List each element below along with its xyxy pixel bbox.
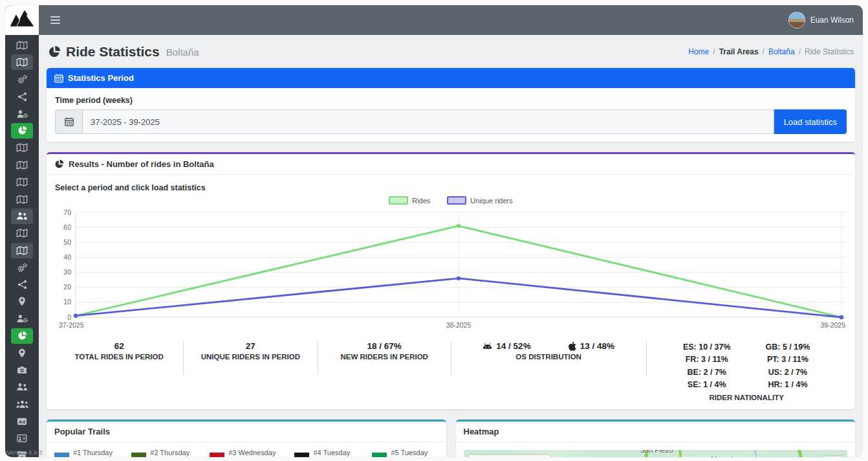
- share-icon: [17, 280, 27, 289]
- sidebar-item-15-share[interactable]: [11, 276, 33, 292]
- sidebar-item-7-map[interactable]: [11, 140, 33, 155]
- sidebar-item-6-pie[interactable]: [11, 123, 33, 139]
- sidebar-item-20-camera[interactable]: [11, 362, 33, 377]
- sidebar-item-19-pin[interactable]: [11, 345, 33, 361]
- map-icon: [16, 41, 28, 50]
- sidebar-item-1-map[interactable]: [11, 38, 33, 53]
- user-menu[interactable]: Euan Wilson: [788, 12, 854, 28]
- pie-icon: [17, 331, 27, 341]
- sidebar-item-16-pin[interactable]: [11, 294, 33, 309]
- svg-text:38-2025: 38-2025: [446, 321, 472, 329]
- map-icon: [16, 177, 28, 186]
- sidebar-item-22-users-group[interactable]: [11, 396, 33, 412]
- legend-label: Unique riders: [470, 197, 512, 205]
- fullscreen-button[interactable]: [825, 456, 842, 458]
- breadcrumb-separator: /: [799, 47, 801, 56]
- nationality-line: US: 2 / 7%: [766, 366, 810, 379]
- calendar-addon: [55, 109, 82, 134]
- breadcrumb-item: Ride Statistics: [805, 47, 854, 56]
- sidebar-item-24-card[interactable]: [11, 431, 33, 446]
- stats-row: 62 TOTAL RIDES IN PERIOD 27 UNIQUE RIDER…: [55, 339, 847, 401]
- map-button[interactable]: Map: [469, 455, 503, 458]
- stat-new-riders: 18 / 67% NEW RIDERS IN PERIOD: [318, 339, 451, 401]
- trails-legend-row-1: #1 Thursday Full#2 Thursday Half#3 Wedne…: [54, 449, 439, 458]
- version-label: Version 6.6.3: [6, 449, 42, 456]
- sidebar-item-18-pie[interactable]: [11, 328, 33, 344]
- svg-text:60: 60: [63, 223, 71, 231]
- trail-legend-item[interactable]: #1 Thursday Full: [54, 449, 120, 458]
- trail-legend-swatch: [131, 453, 146, 458]
- nationality-line: HR: 1 / 4%: [766, 379, 810, 391]
- map-icon: [16, 229, 28, 238]
- nationality-col-2: GB: 5 / 19%PT: 3 / 11%US: 2 / 7%HR: 1 / …: [766, 341, 810, 392]
- user-name: Euan Wilson: [810, 16, 854, 25]
- pie-icon: [17, 126, 27, 135]
- popular-trails-header: Popular Trails: [47, 422, 446, 442]
- line-chart: 01020304050607037-202538-202539-2025: [55, 205, 847, 334]
- app-logo[interactable]: [5, 5, 39, 35]
- sidebar-item-13-map[interactable]: [11, 243, 33, 258]
- bottom-row: Popular Trails #1 Thursday Full#2 Thursd…: [47, 420, 855, 458]
- svg-text:39-2025: 39-2025: [820, 321, 845, 329]
- results-card: Results - Number of rides in Boltaña Sel…: [47, 152, 855, 409]
- sidebar-item-4-share[interactable]: [11, 89, 33, 104]
- period-input[interactable]: [82, 109, 774, 134]
- sidebar-item-5-users-gear[interactable]: [11, 106, 33, 122]
- stat-unique-riders: 27 UNIQUE RIDERS IN PERIOD: [183, 339, 318, 401]
- ad-icon: Ad: [17, 418, 27, 425]
- trail-legend-label: #3 Wednesday Eve: [228, 449, 283, 458]
- users-group-icon: [16, 400, 28, 409]
- pin-icon: [18, 348, 26, 358]
- svg-text:40: 40: [63, 253, 71, 261]
- card-icon: [17, 434, 27, 442]
- sidebar-item-14-gears[interactable]: [11, 260, 33, 275]
- map-place-label: Muro de Bellos: [705, 455, 743, 458]
- trail-legend-label: #1 Thursday Full: [73, 449, 120, 458]
- statistics-period-header: Statistics Period: [47, 68, 855, 88]
- sidebar-item-3-gears[interactable]: [11, 72, 33, 87]
- breadcrumb-item[interactable]: Home: [688, 47, 709, 56]
- sidebar-item-11-users[interactable]: [11, 208, 33, 224]
- satellite-button[interactable]: Satellite: [503, 455, 550, 458]
- sidebar-item-8-map[interactable]: [11, 157, 33, 173]
- chart-pie-icon: [48, 45, 61, 58]
- breadcrumb-item[interactable]: Boltaña: [768, 47, 795, 56]
- trail-legend-swatch: [372, 453, 387, 458]
- trail-legend-item[interactable]: #3 Wednesday Eve: [210, 449, 283, 458]
- sidebar-item-2-map[interactable]: [11, 54, 33, 70]
- svg-text:20: 20: [63, 283, 71, 291]
- legend-item[interactable]: Rides: [389, 196, 430, 205]
- legend-item[interactable]: Unique riders: [447, 196, 512, 205]
- popular-trails-card: Popular Trails #1 Thursday Full#2 Thursd…: [47, 420, 446, 458]
- trail-legend-item[interactable]: #2 Thursday Half: [131, 449, 198, 458]
- menu-toggle-icon[interactable]: [50, 16, 60, 25]
- sidebar-item-9-map[interactable]: [11, 174, 33, 190]
- map-icon: [16, 143, 28, 152]
- heatmap-header: Heatmap: [456, 422, 856, 442]
- nationality-line: ES: 10 / 37%: [683, 341, 731, 354]
- trail-legend-label: #2 Thursday Half: [150, 449, 198, 458]
- svg-text:Ad: Ad: [19, 418, 26, 424]
- trail-legend-item[interactable]: #5 Tuesday After: [372, 449, 438, 458]
- sidebar-item-23-ad[interactable]: Ad: [11, 414, 33, 429]
- sidebar-item-21-users[interactable]: [11, 379, 33, 395]
- calendar-icon: [54, 74, 63, 83]
- trail-legend-item[interactable]: #4 Tuesday After: [294, 449, 360, 458]
- trail-legend-swatch: [210, 453, 224, 458]
- chart-pie-icon: [54, 159, 64, 169]
- heatmap-card: Heatmap: [456, 420, 856, 458]
- sidebar-item-17-users-gear[interactable]: [11, 311, 33, 326]
- results-header: Results - Number of rides in Boltaña: [47, 154, 855, 175]
- sidebar-nav: Ad: [5, 35, 39, 457]
- users-gear-icon: [16, 109, 28, 118]
- load-statistics-button[interactable]: Load statistics: [774, 109, 847, 134]
- map-icon: [16, 161, 28, 170]
- sidebar-item-10-map[interactable]: [11, 192, 33, 207]
- heatmap-map[interactable]: San Pietro Muro de Bellos Ascaso San Lor…: [464, 450, 848, 458]
- nationality-line: PT: 3 / 11%: [766, 354, 810, 366]
- svg-text:37-2025: 37-2025: [59, 321, 84, 329]
- stat-rider-nationality: ES: 10 / 37%FR: 3 / 11%BE: 2 / 7%SE: 1 /…: [646, 339, 847, 401]
- svg-text:50: 50: [63, 238, 71, 246]
- sidebar-item-12-map[interactable]: [11, 225, 33, 241]
- camera-icon: [17, 366, 27, 374]
